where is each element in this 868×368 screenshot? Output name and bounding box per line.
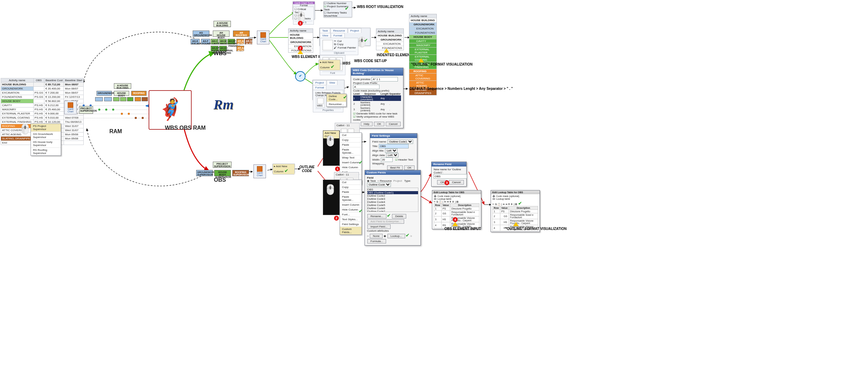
activity-name-outline: Activity name HOUSE BUILDINGGROUNDWORKEX… — [409, 14, 437, 95]
callout-icon — [298, 50, 303, 54]
gantt-chart-button[interactable]: Gantt Chart — [64, 101, 77, 114]
step-1: 1 — [335, 166, 340, 171]
dlg-custom-fields[interactable]: Custom Fields Field ◉ Task ○ Resource Pr… — [365, 170, 421, 246]
obs-dropdown[interactable]: PS Project Supervisor GS Groundwork Supe… — [31, 123, 61, 156]
field-name-select[interactable]: Outline Code1 — [387, 139, 413, 144]
callout-icon — [418, 58, 424, 62]
callout-icon — [384, 49, 389, 53]
wbs-l1: AHHOUSE BODY — [213, 31, 229, 37]
check-icon: ✔ — [359, 208, 363, 214]
wbs-leaf: AH.M MASONRY — [219, 39, 227, 44]
step-2: 2 — [334, 216, 339, 221]
wbs-leaf: AG.E EXCAVATION — [191, 39, 200, 44]
cap-outline-format2: "OUTLINE" FORMAT VISUALIZATION — [505, 227, 567, 231]
mouse-icon: 🖱️ — [324, 184, 336, 195]
cancel-button[interactable]: Cancel — [386, 122, 401, 126]
wbs-root: A HOUSE BUILDING — [214, 21, 231, 27]
label-main: WBS OBS RAM — [165, 125, 206, 131]
context-menu[interactable]: Cut Copy Paste Paste Special... Insert C… — [340, 180, 362, 235]
lookup-button[interactable]: Lookup... — [387, 234, 405, 238]
dlg-wbs-code[interactable]: WBS Code Definition in 'House Building' … — [351, 68, 403, 128]
ok-button[interactable]: OK — [374, 122, 384, 126]
code-preview[interactable] — [372, 77, 398, 82]
check-icon: ✔ — [359, 160, 363, 165]
ok-button[interactable]: OK — [404, 165, 415, 170]
rename-input[interactable] — [434, 174, 467, 179]
obs-node: HOUSE BODY SUPERVISOR — [214, 170, 231, 176]
bestfit-button[interactable]: Best Fit — [387, 165, 403, 170]
check-icon: ✔ — [345, 6, 349, 11]
wbs-italic: WBS — [342, 61, 350, 65]
wbs-leaf: AR.AA ATTIC AGEING — [236, 46, 244, 51]
delete-button[interactable]: Delete — [392, 214, 406, 219]
add-column-panel[interactable]: ▸ Add New Column ✔ — [319, 60, 340, 69]
label-ram: RAM — [109, 128, 122, 135]
mask-table[interactable]: LevelSequenceLengthSeparator 1Characters… — [353, 92, 401, 112]
badge-icon: ✔ — [295, 71, 306, 82]
gantt-chart-button[interactable]: Gantt Chart — [253, 164, 266, 178]
activity-name-mini-indented: Activity name HOUSE BUILDING GROUNDWORK … — [376, 28, 404, 50]
cancel-button[interactable]: Cancel — [449, 180, 464, 185]
wbs-leaf: AR.SD SLATING, DRAINPIPES — [245, 39, 252, 44]
wbs-leaf: AH.EP EXTERNAL PLASTER — [211, 46, 218, 51]
obs-root: PROJECT SUPERVISION — [213, 162, 232, 168]
gantt-chart-button[interactable]: Gantt Chart — [257, 31, 269, 44]
cap-default: DEFAULT: Sequence > Numbers Lenght > Any… — [410, 87, 513, 91]
title-input[interactable] — [379, 144, 409, 148]
mouse-icon: 🖱️ — [19, 123, 31, 135]
step-4: 4 — [453, 217, 458, 222]
obs-node: GROUNDWORK SUPERVISOR — [196, 170, 213, 176]
cap-outline-format: "OUTLINE" FORMAT VISUALIZATION — [411, 62, 473, 66]
code-prefix[interactable] — [353, 85, 379, 89]
wbs-leaf: AH.EC EXTERNAL COATING — [219, 46, 227, 51]
rename-button[interactable]: Rename... — [367, 214, 386, 219]
step-3: 3 — [444, 180, 449, 185]
obs-node: ROOFING SUPERVISOR — [232, 170, 249, 176]
cap-obs-element: OBS ELEMENT INPUT — [444, 227, 481, 231]
wbs-leaf: AR.AC ATTIC COVERING — [236, 39, 244, 44]
wbs-leaf: AG.F FOUNDATIONS — [201, 39, 210, 44]
add-column-panel[interactable]: ▸ Add New Column ✔ — [273, 164, 295, 173]
wbs-l1: ARROOFING — [233, 31, 250, 37]
rm-logo: Rm — [214, 97, 234, 112]
callout-icon — [452, 222, 458, 226]
outline-code-label: OUTLINE CODE — [299, 165, 315, 173]
paste-icon[interactable] — [323, 40, 333, 50]
wbs-l1: AGGROUNDWORK — [193, 31, 209, 37]
mouse-icon: 🖱️ — [324, 135, 336, 147]
callout-icon — [513, 222, 519, 226]
wbs-leaf: AH.C CAVITY — [211, 39, 218, 44]
wbs-leaf: AH.EF EXTERNAL FINISHING — [227, 39, 235, 44]
help-button[interactable]: Help — [361, 122, 373, 126]
superman-icon: 🦸 — [149, 90, 192, 130]
check-icon: ✔ — [364, 37, 368, 43]
step-1: 1 — [298, 21, 303, 26]
check-icon: ✔ — [343, 94, 347, 100]
wbs-icon[interactable] — [317, 98, 324, 104]
cap-wbs-root: WBS ROOT VISUALIZATION — [357, 5, 403, 9]
cap-wbs-code: WBS CODE SET-UP — [354, 59, 387, 63]
